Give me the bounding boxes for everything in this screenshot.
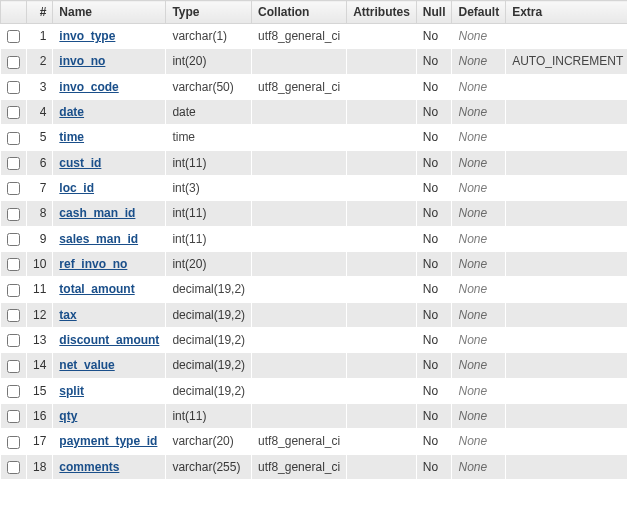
column-type: int(3) xyxy=(166,175,252,200)
column-collation xyxy=(252,353,347,378)
column-attributes xyxy=(347,226,417,251)
row-checkbox[interactable] xyxy=(7,309,20,322)
table-row: 10ref_invo_noint(20)NoNone xyxy=(1,251,628,276)
column-null: No xyxy=(416,277,452,302)
header-name[interactable]: Name xyxy=(53,1,166,24)
table-row: 8cash_man_idint(11)NoNone xyxy=(1,201,628,226)
column-name-link[interactable]: invo_no xyxy=(59,54,105,68)
column-default: None xyxy=(452,49,506,74)
row-checkbox-cell xyxy=(1,201,27,226)
header-attributes[interactable]: Attributes xyxy=(347,1,417,24)
row-checkbox[interactable] xyxy=(7,258,20,271)
column-name-link[interactable]: invo_code xyxy=(59,80,118,94)
row-number: 10 xyxy=(27,251,53,276)
row-number: 15 xyxy=(27,378,53,403)
column-name-cell: sales_man_id xyxy=(53,226,166,251)
column-type: varchar(1) xyxy=(166,24,252,49)
column-name-link[interactable]: split xyxy=(59,384,84,398)
column-name-cell: invo_code xyxy=(53,74,166,99)
column-null: No xyxy=(416,201,452,226)
column-null: No xyxy=(416,175,452,200)
column-name-link[interactable]: net_value xyxy=(59,358,114,372)
row-checkbox[interactable] xyxy=(7,410,20,423)
row-checkbox[interactable] xyxy=(7,132,20,145)
column-collation: utf8_general_ci xyxy=(252,74,347,99)
column-attributes xyxy=(347,302,417,327)
header-null[interactable]: Null xyxy=(416,1,452,24)
column-attributes xyxy=(347,24,417,49)
row-checkbox[interactable] xyxy=(7,30,20,43)
row-checkbox[interactable] xyxy=(7,233,20,246)
row-number: 8 xyxy=(27,201,53,226)
column-name-link[interactable]: invo_type xyxy=(59,29,115,43)
row-checkbox[interactable] xyxy=(7,56,20,69)
table-row: 12taxdecimal(19,2)NoNone xyxy=(1,302,628,327)
column-name-cell: split xyxy=(53,378,166,403)
column-default: None xyxy=(452,226,506,251)
column-default: None xyxy=(452,150,506,175)
row-checkbox[interactable] xyxy=(7,182,20,195)
row-checkbox[interactable] xyxy=(7,81,20,94)
header-extra[interactable]: Extra xyxy=(506,1,627,24)
row-checkbox-cell xyxy=(1,302,27,327)
header-type[interactable]: Type xyxy=(166,1,252,24)
row-checkbox[interactable] xyxy=(7,334,20,347)
header-num[interactable]: # xyxy=(27,1,53,24)
column-null: No xyxy=(416,454,452,479)
row-checkbox[interactable] xyxy=(7,385,20,398)
row-number: 7 xyxy=(27,175,53,200)
column-null: No xyxy=(416,125,452,150)
table-row: 5timetimeNoNone xyxy=(1,125,628,150)
row-number: 2 xyxy=(27,49,53,74)
column-extra xyxy=(506,302,627,327)
header-default[interactable]: Default xyxy=(452,1,506,24)
column-name-link[interactable]: payment_type_id xyxy=(59,434,157,448)
column-collation xyxy=(252,327,347,352)
column-extra xyxy=(506,403,627,428)
column-name-link[interactable]: discount_amount xyxy=(59,333,159,347)
column-attributes xyxy=(347,49,417,74)
column-name-cell: discount_amount xyxy=(53,327,166,352)
column-name-link[interactable]: date xyxy=(59,105,84,119)
column-extra xyxy=(506,429,627,454)
row-checkbox[interactable] xyxy=(7,461,20,474)
row-checkbox[interactable] xyxy=(7,360,20,373)
row-number: 3 xyxy=(27,74,53,99)
column-default: None xyxy=(452,302,506,327)
column-name-cell: loc_id xyxy=(53,175,166,200)
column-name-cell: cust_id xyxy=(53,150,166,175)
column-name-link[interactable]: qty xyxy=(59,409,77,423)
column-null: No xyxy=(416,251,452,276)
column-type: int(11) xyxy=(166,403,252,428)
column-name-link[interactable]: total_amount xyxy=(59,282,134,296)
row-checkbox[interactable] xyxy=(7,436,20,449)
column-attributes xyxy=(347,277,417,302)
column-name-link[interactable]: comments xyxy=(59,460,119,474)
row-checkbox[interactable] xyxy=(7,208,20,221)
column-name-link[interactable]: cust_id xyxy=(59,156,101,170)
column-attributes xyxy=(347,175,417,200)
column-extra xyxy=(506,277,627,302)
column-extra xyxy=(506,226,627,251)
table-row: 11total_amountdecimal(19,2)NoNone xyxy=(1,277,628,302)
column-name-link[interactable]: cash_man_id xyxy=(59,206,135,220)
column-name-cell: cash_man_id xyxy=(53,201,166,226)
column-name-link[interactable]: tax xyxy=(59,308,76,322)
column-collation: utf8_general_ci xyxy=(252,454,347,479)
column-type: date xyxy=(166,99,252,124)
row-checkbox[interactable] xyxy=(7,157,20,170)
column-default: None xyxy=(452,125,506,150)
column-null: No xyxy=(416,302,452,327)
column-name-link[interactable]: sales_man_id xyxy=(59,232,138,246)
row-checkbox-cell xyxy=(1,74,27,99)
row-checkbox[interactable] xyxy=(7,284,20,297)
column-extra xyxy=(506,251,627,276)
header-collation[interactable]: Collation xyxy=(252,1,347,24)
column-name-link[interactable]: time xyxy=(59,130,84,144)
column-extra xyxy=(506,353,627,378)
row-checkbox[interactable] xyxy=(7,106,20,119)
column-null: No xyxy=(416,99,452,124)
column-default: None xyxy=(452,251,506,276)
column-name-link[interactable]: loc_id xyxy=(59,181,94,195)
column-name-link[interactable]: ref_invo_no xyxy=(59,257,127,271)
